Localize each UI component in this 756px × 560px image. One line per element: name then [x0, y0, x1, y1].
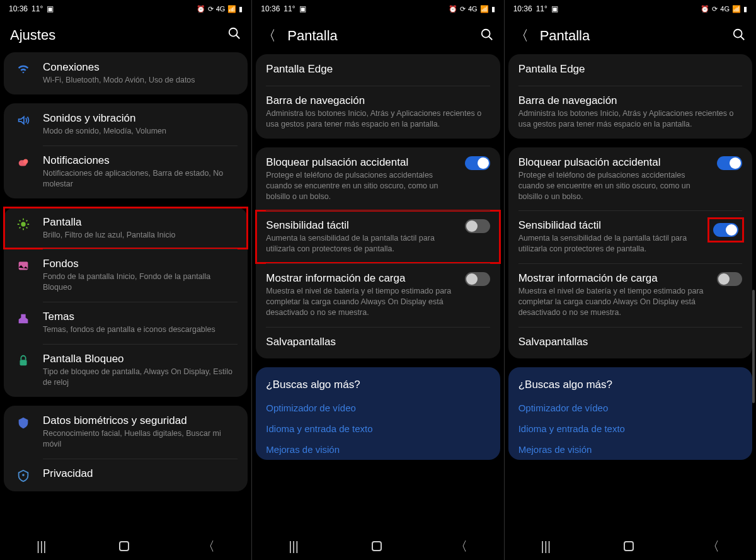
screen-settings: 10:3611°▣⏰⟳4G📶▮AjustesConexionesWi-Fi, B…	[0, 0, 252, 560]
home-button[interactable]	[372, 541, 382, 551]
setting-row-lock[interactable]: Pantalla BloqueoTipo de bloqueo de panta…	[4, 344, 248, 397]
row-1[interactable]: Barra de navegaciónAdministra los botone…	[256, 86, 500, 139]
scrollbar[interactable]	[752, 290, 755, 403]
row-0[interactable]: Pantalla Edge	[508, 54, 752, 86]
toggle-switch[interactable]	[717, 156, 742, 170]
nav-bar: |||〈	[0, 532, 251, 560]
row-mid-3[interactable]: Salvapantallas	[508, 327, 752, 358]
svg-point-0	[229, 28, 238, 37]
row-mid-2[interactable]: Mostrar información de cargaMuestra el n…	[508, 263, 752, 327]
header: 〈Pantalla	[505, 18, 756, 54]
toggle-switch[interactable]	[717, 272, 742, 286]
desc: Aumenta la sensibilidad de la pantalla t…	[266, 233, 458, 254]
search-icon[interactable]	[227, 26, 241, 43]
recents-button[interactable]: |||	[289, 539, 299, 554]
more-card: ¿Buscas algo más?Optimizador de vídeoIdi…	[508, 367, 752, 460]
row-1[interactable]: Barra de navegaciónAdministra los botone…	[508, 86, 752, 139]
svg-point-2	[23, 159, 28, 163]
back-icon[interactable]: 〈	[515, 26, 529, 45]
desc: Reconocimiento facial, Huellas digitales…	[43, 428, 238, 450]
setting-row-display[interactable]: PantallaBrillo, Filtro de luz azul, Pant…	[4, 207, 248, 249]
wall-icon-wrap	[14, 259, 33, 273]
nav-bar: |||〈	[252, 532, 503, 560]
alarm-icon: ⏰	[701, 5, 709, 13]
back-button[interactable]: 〈	[707, 538, 719, 555]
toggle-switch[interactable]	[465, 156, 490, 170]
sync-icon: ⟳	[460, 5, 466, 13]
desc: Temas, fondos de pantalla e iconos desca…	[43, 324, 238, 335]
time: 10:36	[261, 4, 280, 13]
notif-icon-wrap	[14, 156, 33, 169]
net: 4G	[216, 5, 226, 13]
notif-icon: ▣	[299, 4, 306, 13]
setting-row-wall[interactable]: FondosFondo de la pantalla Inicio, Fondo…	[4, 249, 248, 302]
row-mid-0[interactable]: Bloquear pulsación accidentalProtege el …	[256, 147, 500, 211]
priv-icon	[16, 469, 30, 483]
setting-row-bio[interactable]: Datos biométricos y seguridadReconocimie…	[4, 406, 248, 459]
row-mid-3[interactable]: Salvapantallas	[256, 327, 500, 358]
home-button[interactable]	[119, 541, 129, 551]
nav-bar: |||〈	[505, 532, 756, 560]
sync-icon: ⟳	[712, 5, 718, 13]
toggle-wrap	[465, 272, 490, 286]
back-button[interactable]: 〈	[202, 538, 215, 555]
desc: Administra los botones Inicio, Atrás y A…	[518, 108, 742, 130]
more-link[interactable]: Idioma y entrada de texto	[508, 418, 752, 439]
more-link[interactable]: Mejoras de visión	[508, 439, 752, 460]
setting-row-theme[interactable]: TemasTemas, fondos de pantalla e iconos …	[4, 302, 248, 344]
toggle-switch[interactable]	[713, 223, 738, 237]
setting-row-wifi[interactable]: ConexionesWi-Fi, Bluetooth, Modo Avión, …	[4, 52, 248, 94]
back-icon[interactable]: 〈	[262, 26, 276, 45]
row-mid-1[interactable]: Sensibilidad táctilAumenta la sensibilid…	[256, 210, 500, 263]
lock-icon	[16, 354, 30, 368]
wifi-icon-wrap	[14, 62, 33, 76]
desc: Wi-Fi, Bluetooth, Modo Avión, Uso de dat…	[43, 75, 238, 86]
alarm-icon: ⏰	[449, 5, 457, 13]
toggle-switch[interactable]	[465, 219, 490, 233]
home-button[interactable]	[624, 541, 634, 551]
alarm-icon: ⏰	[197, 5, 205, 13]
more-title: ¿Buscas algo más?	[508, 367, 752, 397]
row-mid-0[interactable]: Bloquear pulsación accidentalProtege el …	[508, 147, 752, 211]
temp: 11°	[284, 4, 295, 13]
row-mid-2[interactable]: Mostrar información de cargaMuestra el n…	[256, 263, 500, 327]
setting-row-notif[interactable]: NotificacionesNotificaciones de aplicaci…	[4, 146, 248, 198]
label: Fondos	[43, 258, 238, 270]
more-link[interactable]: Optimizador de vídeo	[508, 397, 752, 418]
theme-icon-wrap	[14, 312, 33, 326]
page-title: Pantalla	[287, 28, 479, 44]
bio-icon	[16, 416, 30, 430]
row-0[interactable]: Pantalla Edge	[256, 54, 500, 86]
setting-row-sound[interactable]: Sonidos y vibraciónModo de sonido, Melod…	[4, 103, 248, 146]
more-link[interactable]: Idioma y entrada de texto	[256, 418, 500, 439]
row-mid-1[interactable]: Sensibilidad táctilAumenta la sensibilid…	[508, 210, 752, 263]
desc: Administra los botones Inicio, Atrás y A…	[266, 108, 490, 130]
label: Temas	[43, 311, 238, 323]
recents-button[interactable]: |||	[541, 539, 551, 554]
time: 10:36	[513, 4, 532, 13]
back-button[interactable]: 〈	[455, 538, 467, 555]
header: Ajustes	[0, 18, 251, 52]
setting-row-priv[interactable]: Privacidad	[4, 459, 248, 491]
status-bar: 10:3611°▣⏰⟳4G📶▮	[252, 0, 503, 18]
svg-point-6	[22, 474, 25, 476]
screen-pantalla: 10:3611°▣⏰⟳4G📶▮〈PantallaPantalla EdgeBar…	[252, 0, 504, 560]
priv-icon-wrap	[14, 469, 33, 483]
notif-icon: ▣	[551, 4, 558, 13]
display-icon-wrap	[14, 217, 33, 231]
more-link[interactable]: Mejoras de visión	[256, 439, 500, 460]
net: 4G	[468, 5, 478, 13]
desc: Muestra el nivel de batería y el tiempo …	[518, 286, 711, 318]
battery-icon: ▮	[239, 5, 243, 13]
more-link[interactable]: Optimizador de vídeo	[256, 397, 500, 418]
status-bar: 10:3611°▣⏰⟳4G📶▮	[0, 0, 251, 18]
desc: Protege el teléfono de pulsaciones accid…	[266, 170, 458, 202]
toggle-switch[interactable]	[465, 272, 490, 286]
search-icon[interactable]	[732, 28, 746, 45]
recents-button[interactable]: |||	[37, 539, 47, 554]
signal-icon: 📶	[227, 5, 236, 13]
search-icon[interactable]	[480, 28, 494, 45]
label: Pantalla Edge	[518, 63, 742, 76]
bio-icon-wrap	[14, 416, 33, 430]
label: Salvapantallas	[518, 336, 742, 348]
